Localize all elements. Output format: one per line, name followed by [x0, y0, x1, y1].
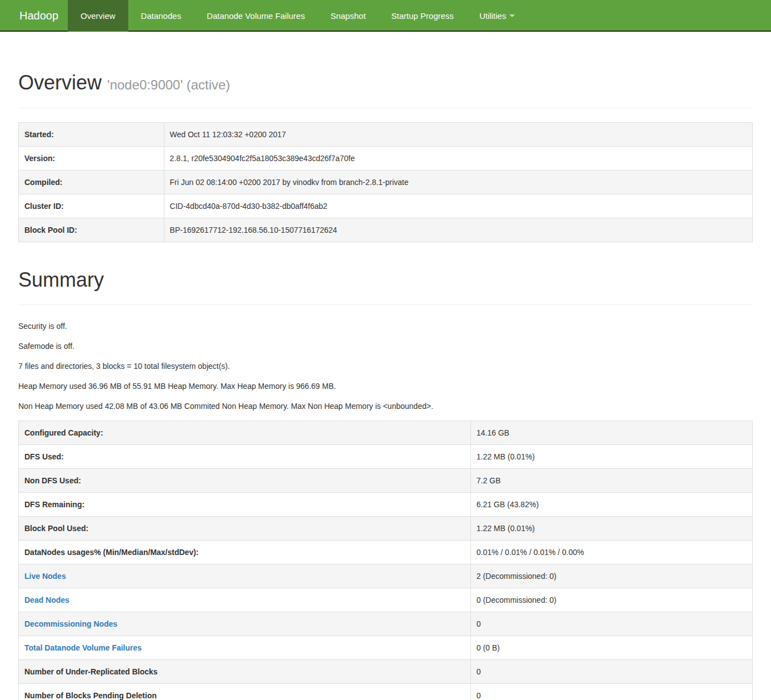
- info-value: 2.8.1, r20fe5304904fc2f5a18053c389e43cd2…: [164, 146, 752, 170]
- stat-label: Decommissioning Nodes: [19, 612, 471, 636]
- safemode-status-text: Safemode is off.: [18, 341, 753, 352]
- live-nodes-link[interactable]: Live Nodes: [24, 572, 66, 581]
- decommissioning-nodes-link[interactable]: Decommissioning Nodes: [24, 619, 117, 628]
- page-title: Overview 'node0:9000' (active): [18, 72, 753, 94]
- table-row: DFS Remaining: 6.21 GB (43.82%): [19, 493, 753, 517]
- main-content: Overview 'node0:9000' (active) Started: …: [18, 72, 753, 700]
- tab-datanode-volume-failures-link[interactable]: Datanode Volume Failures: [194, 0, 318, 32]
- stat-value: 0.01% / 0.01% / 0.01% / 0.00%: [470, 541, 752, 564]
- table-row: Decommissioning Nodes 0: [19, 612, 753, 636]
- stat-label: DFS Used:: [19, 445, 471, 469]
- tab-startup-progress[interactable]: Startup Progress: [378, 0, 467, 31]
- info-value: BP-1692617712-192.168.56.10-150771617262…: [164, 218, 752, 242]
- divider: [18, 108, 753, 108]
- info-value: CID-4dbcd40a-870d-4d30-b382-db0aff4f6ab2: [164, 194, 752, 218]
- table-row: Total Datanode Volume Failures 0 (0 B): [19, 636, 753, 660]
- non-heap-memory-text: Non Heap Memory used 42.08 MB of 43.06 M…: [18, 401, 753, 412]
- info-label: Block Pool ID:: [19, 218, 164, 242]
- stat-value: 0: [470, 612, 752, 636]
- stat-value: 14.16 GB: [470, 421, 752, 445]
- stat-value: 7.2 GB: [470, 469, 752, 493]
- tab-utilities[interactable]: Utilities: [467, 0, 528, 31]
- heap-memory-text: Heap Memory used 36.96 MB of 55.91 MB He…: [18, 381, 753, 392]
- summary-title: Summary: [18, 269, 753, 291]
- tab-startup-progress-link[interactable]: Startup Progress: [378, 0, 467, 32]
- stat-label: Non DFS Used:: [19, 469, 471, 493]
- overview-info-table: Started: Wed Oct 11 12:03:32 +0200 2017 …: [18, 122, 753, 242]
- table-row: Number of Blocks Pending Deletion 0: [19, 684, 753, 700]
- stat-label: Dead Nodes: [19, 588, 471, 612]
- table-row: Block Pool ID: BP-1692617712-192.168.56.…: [19, 218, 753, 242]
- stat-value: 1.22 MB (0.01%): [470, 517, 752, 541]
- tab-datanodes[interactable]: Datanodes: [128, 0, 194, 31]
- stat-value: 0: [470, 684, 752, 700]
- info-label: Version:: [19, 146, 164, 170]
- info-value: Wed Oct 11 12:03:32 +0200 2017: [164, 122, 752, 146]
- brand-hadoop[interactable]: Hadoop: [0, 0, 68, 31]
- stat-label: Block Pool Used:: [19, 517, 471, 541]
- table-row: Compiled: Fri Jun 02 08:14:00 +0200 2017…: [19, 170, 753, 194]
- tab-overview-link[interactable]: Overview: [68, 0, 128, 32]
- stat-label: DataNodes usages% (Min/Median/Max/stdDev…: [19, 541, 471, 564]
- tab-snapshot-link[interactable]: Snapshot: [318, 0, 378, 32]
- summary-paragraphs: Security is off. Safemode is off. 7 file…: [18, 321, 753, 412]
- info-label: Cluster ID:: [19, 194, 164, 218]
- table-row: DataNodes usages% (Min/Median/Max/stdDev…: [19, 541, 753, 564]
- info-value: Fri Jun 02 08:14:00 +0200 2017 by vinodk…: [164, 170, 752, 194]
- table-row: Dead Nodes 0 (Decommissioned: 0): [19, 588, 753, 612]
- nav-tabs: Overview Datanodes Datanode Volume Failu…: [68, 0, 528, 31]
- table-row: DFS Used: 1.22 MB (0.01%): [19, 445, 753, 469]
- page-title-subtitle: 'node0:9000' (active): [107, 77, 230, 92]
- divider: [18, 304, 753, 305]
- dead-nodes-link[interactable]: Dead Nodes: [24, 596, 69, 604]
- stat-value: 0: [470, 660, 752, 684]
- table-row: Configured Capacity: 14.16 GB: [19, 421, 753, 445]
- info-label: Started:: [19, 122, 164, 146]
- stat-label: Number of Blocks Pending Deletion: [19, 684, 471, 700]
- stat-label: Total Datanode Volume Failures: [19, 636, 471, 660]
- stat-label: Live Nodes: [19, 564, 471, 588]
- table-row: Started: Wed Oct 11 12:03:32 +0200 2017: [19, 122, 753, 146]
- stat-value: 0 (0 B): [470, 636, 752, 660]
- tab-snapshot[interactable]: Snapshot: [318, 0, 378, 31]
- filesystem-objects-text: 7 files and directories, 3 blocks = 10 t…: [18, 361, 753, 372]
- table-row: Non DFS Used: 7.2 GB: [19, 469, 753, 493]
- stat-label: Configured Capacity:: [19, 421, 471, 445]
- tab-overview[interactable]: Overview: [68, 0, 128, 31]
- info-label: Compiled:: [19, 170, 164, 194]
- summary-stats-table: Configured Capacity: 14.16 GB DFS Used: …: [18, 421, 753, 700]
- tab-utilities-link[interactable]: Utilities: [467, 0, 528, 32]
- total-datanode-volume-failures-link[interactable]: Total Datanode Volume Failures: [24, 643, 142, 652]
- table-row: Version: 2.8.1, r20fe5304904fc2f5a18053c…: [19, 146, 753, 170]
- tab-datanodes-link[interactable]: Datanodes: [128, 0, 194, 32]
- tab-datanode-volume-failures[interactable]: Datanode Volume Failures: [194, 0, 318, 31]
- page-title-text: Overview: [18, 71, 102, 94]
- stat-label: DFS Remaining:: [19, 493, 471, 517]
- caret-down-icon: [509, 14, 515, 17]
- stat-label: Number of Under-Replicated Blocks: [19, 660, 471, 684]
- table-row: Number of Under-Replicated Blocks 0: [19, 660, 753, 684]
- stat-value: 0 (Decommissioned: 0): [470, 588, 752, 612]
- navbar: Hadoop Overview Datanodes Datanode Volum…: [0, 0, 771, 32]
- stat-value: 6.21 GB (43.82%): [470, 493, 752, 517]
- tab-utilities-label: Utilities: [479, 11, 506, 21]
- table-row: Live Nodes 2 (Decommissioned: 0): [19, 564, 753, 588]
- stat-value: 1.22 MB (0.01%): [470, 445, 752, 469]
- table-row: Block Pool Used: 1.22 MB (0.01%): [19, 517, 753, 541]
- stat-value: 2 (Decommissioned: 0): [470, 564, 752, 588]
- table-row: Cluster ID: CID-4dbcd40a-870d-4d30-b382-…: [19, 194, 753, 218]
- security-status-text: Security is off.: [18, 321, 753, 332]
